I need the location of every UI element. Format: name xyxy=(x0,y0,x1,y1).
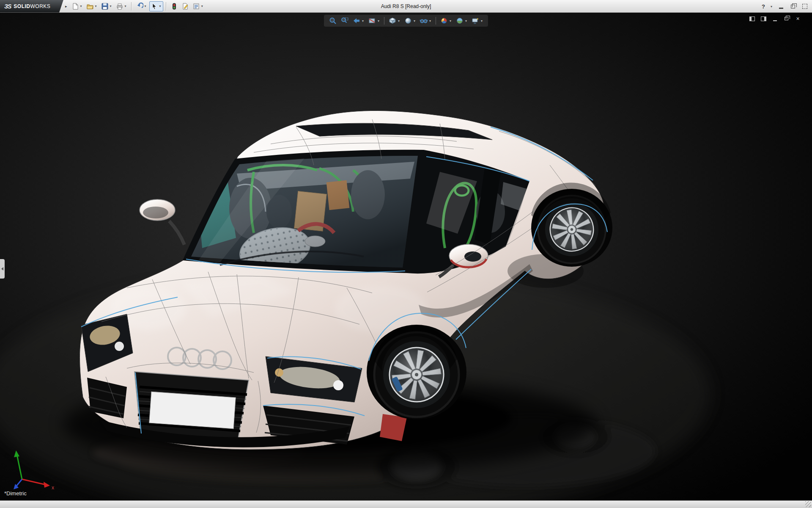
undo-arrow-icon xyxy=(136,3,143,10)
minimize-button[interactable] xyxy=(777,3,785,10)
new-document-button[interactable]: ▾ xyxy=(70,1,84,11)
view-settings-icon xyxy=(471,17,480,25)
document-window-controls: × xyxy=(749,16,801,22)
select-button[interactable]: ▾ xyxy=(149,1,163,11)
zoom-to-fit-button[interactable] xyxy=(327,16,338,26)
zoom-to-fit-icon xyxy=(329,17,337,25)
help-flyout-caret-icon[interactable]: ▾ xyxy=(770,5,773,8)
restore-button[interactable] xyxy=(789,3,797,10)
minimize-icon xyxy=(779,8,783,9)
section-view-caret-icon[interactable]: ▾ xyxy=(377,19,380,23)
orientation-label: *Dimetric xyxy=(4,490,27,497)
file-properties-button[interactable] xyxy=(180,1,190,11)
hud-separator xyxy=(436,17,436,25)
save-flyout-caret-icon[interactable]: ▾ xyxy=(109,4,112,8)
toolbar-separator xyxy=(166,2,167,11)
menu-expand-arrow-icon[interactable]: ▸ xyxy=(65,4,67,8)
display-style-caret-icon[interactable]: ▾ xyxy=(413,19,416,23)
rebuild-traffic-light-icon xyxy=(170,3,178,10)
document-minimize-button[interactable] xyxy=(772,16,778,22)
model-scene[interactable]: x xyxy=(0,13,812,500)
triad-x-label: x xyxy=(52,485,54,491)
print-icon xyxy=(116,3,123,10)
open-flyout-caret-icon[interactable]: ▾ xyxy=(94,4,98,8)
restore-icon xyxy=(791,5,795,8)
edit-appearance-ball-icon xyxy=(440,17,448,25)
view-settings-caret-icon[interactable]: ▾ xyxy=(480,19,483,23)
hide-show-caret-icon[interactable]: ▾ xyxy=(428,19,432,23)
open-button[interactable]: ▾ xyxy=(85,1,99,11)
document-restore-button[interactable] xyxy=(783,16,790,22)
show-featuremanager-button[interactable] xyxy=(749,16,755,22)
restore-icon xyxy=(785,17,788,20)
previous-view-icon xyxy=(352,17,361,25)
file-properties-icon xyxy=(181,3,189,10)
titlebar-right-controls: ? ▾ xyxy=(762,0,809,13)
new-document-flyout-caret-icon[interactable]: ▾ xyxy=(80,4,83,8)
minimize-icon xyxy=(773,20,777,21)
brand-text: SOLIDWORKS xyxy=(14,3,50,9)
document-close-button[interactable]: × xyxy=(795,16,801,22)
help-icon[interactable]: ? xyxy=(762,3,765,10)
apply-scene-caret-icon[interactable]: ▾ xyxy=(464,19,468,23)
options-button[interactable]: ▾ xyxy=(191,1,205,11)
view-orientation-button[interactable]: ▾ xyxy=(387,16,402,26)
panel-collapse-tab[interactable] xyxy=(0,259,5,279)
headsup-view-toolbar: ▾ ▾ ▾ ▾ xyxy=(324,15,488,27)
previous-view-button[interactable]: ▾ xyxy=(351,16,366,26)
resize-grip[interactable] xyxy=(805,501,811,507)
title-bar: ЗS SOLIDWORKS ▸ ▾ ▾ ▾ ▾ xyxy=(0,0,812,13)
hide-show-glasses-icon xyxy=(420,17,428,25)
previous-view-caret-icon[interactable]: ▾ xyxy=(361,19,365,23)
solidworks-logo: ЗS SOLIDWORKS xyxy=(0,0,63,13)
print-button[interactable]: ▾ xyxy=(115,1,129,11)
save-floppy-icon xyxy=(101,3,109,10)
dassault-3ds-logo-icon: ЗS xyxy=(4,3,11,10)
left-pane-icon xyxy=(749,17,755,21)
select-flyout-caret-icon[interactable]: ▾ xyxy=(159,4,162,8)
show-taskpane-button[interactable] xyxy=(760,16,767,22)
zoom-to-area-button[interactable] xyxy=(339,16,350,26)
hide-show-items-button[interactable]: ▾ xyxy=(418,16,433,26)
open-folder-icon xyxy=(86,3,94,10)
toolbar-separator xyxy=(131,2,132,11)
save-button[interactable]: ▾ xyxy=(100,1,114,11)
view-orientation-cube-icon xyxy=(388,17,397,25)
collapse-arrow-icon xyxy=(1,267,3,271)
print-flyout-caret-icon[interactable]: ▾ xyxy=(124,4,127,8)
rebuild-button[interactable] xyxy=(169,1,179,11)
options-flyout-caret-icon[interactable]: ▾ xyxy=(200,4,204,8)
hud-separator xyxy=(384,17,384,25)
display-style-button[interactable]: ▾ xyxy=(403,16,417,26)
view-settings-button[interactable]: ▾ xyxy=(470,16,485,26)
graphics-area[interactable]: x ▾ ▾ xyxy=(0,13,812,500)
select-cursor-icon xyxy=(151,3,158,10)
edit-appearance-button[interactable]: ▾ xyxy=(439,16,453,26)
apply-scene-button[interactable]: ▾ xyxy=(454,16,469,26)
zoom-to-area-icon xyxy=(340,17,349,25)
section-view-icon xyxy=(368,17,376,25)
new-document-icon xyxy=(71,3,79,10)
section-view-button[interactable]: ▾ xyxy=(367,16,381,26)
edit-appearance-caret-icon[interactable]: ▾ xyxy=(449,19,452,23)
fullscreen-button[interactable] xyxy=(801,3,809,10)
status-bar xyxy=(0,500,812,508)
options-sheet-icon xyxy=(192,3,200,10)
apply-scene-icon xyxy=(455,17,464,25)
display-style-icon xyxy=(404,17,412,25)
dashed-window-icon xyxy=(802,4,807,9)
undo-flyout-caret-icon[interactable]: ▾ xyxy=(144,4,147,8)
undo-button[interactable]: ▾ xyxy=(134,1,148,11)
view-orientation-caret-icon[interactable]: ▾ xyxy=(397,19,401,23)
right-pane-icon xyxy=(761,17,766,21)
